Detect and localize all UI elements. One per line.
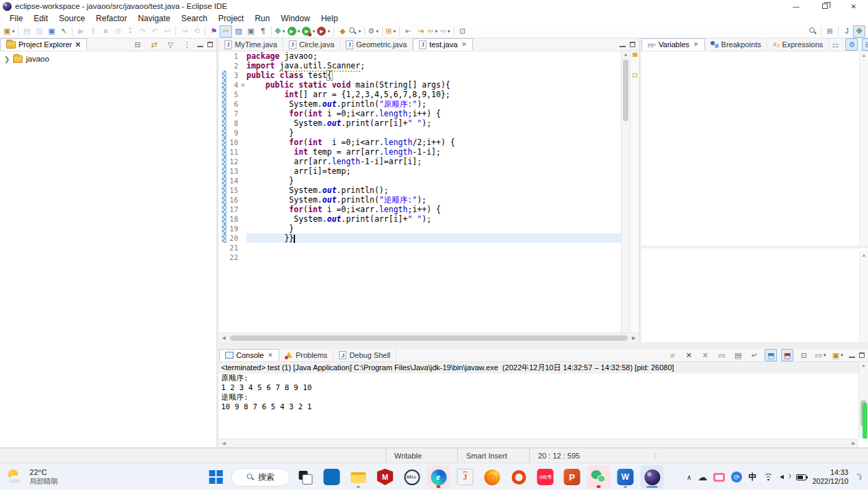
code-line[interactable]: 12 arr[arr.length-1-i]=arr[i]; [219,157,621,166]
status-menu-icon[interactable]: ⋮ [649,448,663,463]
debug-perspective-button[interactable]: ❉ [853,25,865,38]
mcafee-button[interactable]: M [374,465,397,489]
sync-icon[interactable]: ⟳ [731,472,742,482]
editor-gutter[interactable]: 14 [219,176,240,185]
editor-gutter[interactable]: 21 [219,243,240,253]
code-line[interactable]: 7 for(int i =0;i<arr.length;i++) { [219,109,621,118]
code-line[interactable]: 8 System.out.print(arr[i]+" "); [219,118,621,128]
show-type-names-button[interactable]: ⚏ [829,38,841,51]
rednote-button[interactable]: 小红书 [534,465,557,489]
warning-marker[interactable] [633,73,637,77]
forward-button[interactable]: ⇨▼ [439,25,452,38]
code-line[interactable]: 2import java.util.Scanner; [219,61,621,70]
code-line[interactable]: 11 int temp = arr[arr.length-1-i]; [219,147,621,157]
variables-scrollbar[interactable]: ▲ [859,51,868,246]
close-tab-icon[interactable]: ✕ [461,41,467,48]
tab-project-explorer[interactable]: Project Explorer ✕ [0,38,87,51]
task-view-button[interactable] [294,465,317,489]
view-menu-button[interactable]: ⋮ [181,38,193,51]
code-line[interactable]: 18 System.out.print(arr[i]+" "); [219,214,621,224]
tray-expand-icon[interactable]: ∧ [687,474,691,481]
code-line[interactable]: 17 for(int i =0;i<arr.length;i++) { [219,205,621,214]
next-annotation-button[interactable]: ▨ [232,25,244,38]
resume-button[interactable]: ▶ [75,25,87,38]
search-box[interactable]: 搜索 [231,468,290,487]
editor-gutter[interactable]: 12 [219,157,240,166]
show-whitespace-button[interactable]: ¶ [257,25,269,38]
code-line[interactable]: 16 System.out.println("逆顺序:"); [219,195,621,205]
editor-gutter[interactable]: 15 [219,185,240,195]
editor-gutter[interactable]: 10 [219,138,240,147]
tab-console[interactable]: Console✕ [219,349,279,361]
editor-tab-Circle.java[interactable]: JCircle.java [283,38,340,51]
editor-gutter[interactable]: 19 [219,224,240,233]
editor-gutter[interactable]: 2 [219,61,240,70]
menu-edit[interactable]: Edit [28,13,53,24]
run-button[interactable]: ▶▼ [287,25,302,38]
open-console-view-button[interactable]: ▣ [45,25,58,38]
eclipse-button[interactable] [641,465,664,489]
minimize-view-button[interactable] [620,42,626,47]
maximize-view-button[interactable] [207,42,213,47]
step-into-button[interactable]: ↧ [124,25,136,38]
editor-gutter[interactable]: 13 [219,166,240,176]
menu-navigate[interactable]: Navigate [132,13,175,24]
detail-scrollbar[interactable]: ▲ [859,251,868,342]
save-button[interactable]: ▤ [21,25,33,38]
editor-gutter[interactable]: 22 [219,253,240,262]
maximize-view-button[interactable] [630,42,635,47]
wechat-button[interactable] [587,465,611,489]
minimize-view-button[interactable] [849,353,855,358]
tab-breakpoints[interactable]: Breakpoints [705,38,767,51]
scroll-up-icon[interactable]: ▲ [622,52,630,57]
battery-icon[interactable] [796,474,806,480]
code-line[interactable]: 1package javaoo; [219,51,621,61]
close-tab-icon[interactable]: ✕ [75,40,81,49]
editor-gutter[interactable]: 6 [219,99,240,109]
editor-gutter[interactable]: 17 [219,205,240,214]
new-wizard-button[interactable]: ▣▼ [3,25,16,38]
minimize-view-button[interactable] [197,42,203,47]
code-line[interactable]: 6 System.out.println("原顺序:"); [219,99,621,109]
code-line[interactable]: 4⊖ public static void main(String[] args… [219,80,621,90]
open-task-button[interactable]: ◆ [336,25,348,38]
code-line[interactable]: 15 System.out.println(); [219,185,621,195]
use-step-filters-button[interactable]: ⇥ [178,25,190,38]
editor-gutter[interactable]: 11 [219,147,240,157]
code-line[interactable]: 20 }} [219,233,621,243]
firefox-button[interactable] [481,465,504,489]
java-perspective-button[interactable]: J [841,25,853,38]
wifi-icon[interactable] [763,474,774,481]
overview-ruler[interactable] [630,51,639,333]
previous-edit-button[interactable]: ⇤ [402,25,414,38]
scroll-left-icon[interactable]: ◀ [219,335,229,341]
code-line[interactable]: 5 int[] arr = {1,2,3,4,5,6,7,8,9,10}; [219,90,621,99]
link-with-editor-button[interactable]: ⇄ [148,38,160,51]
editor-gutter[interactable]: 20 [219,233,240,243]
start-button[interactable] [205,465,228,489]
editor-gutter[interactable]: 3 [219,70,240,80]
editor-gutter[interactable]: 18 [219,214,240,224]
editor-horizontal-scrollbar[interactable]: ◀ ▶ [219,333,639,342]
collapse-all-button[interactable]: ⊟ [131,38,144,51]
scroll-right-icon[interactable]: ▶ [629,335,639,341]
onedrive-icon[interactable]: ☁ [698,472,707,482]
store-button[interactable] [320,465,344,489]
variables-detail-pane[interactable]: ▲ [641,251,868,342]
display-console-button[interactable]: ▭▼ [814,349,827,361]
console-horizontal-scrollbar[interactable]: ◀ ▶ [219,439,858,448]
editor-tab-MyTime.java[interactable]: JMyTime.java [219,38,283,51]
open-perspective-button[interactable]: ⊞ [824,25,836,38]
code-line[interactable]: 22 [219,253,621,262]
file-explorer-button[interactable] [347,465,370,489]
step-return-button[interactable]: ↶ [149,25,161,38]
search-button[interactable] [806,25,819,38]
pointer-mode-button[interactable]: ↖ [58,25,70,38]
code-line[interactable]: 9 } [219,128,621,138]
editor-gutter[interactable]: 9 [219,128,240,138]
back-button[interactable]: ⇦▼ [426,25,439,38]
filter-button[interactable]: ▽ [164,38,177,51]
save-all-button[interactable]: ▥ [33,25,45,38]
code-line[interactable]: 13 arr[i]=temp; [219,166,621,176]
editor-tab-Geometric.java[interactable]: JGeometric.java [340,38,413,51]
